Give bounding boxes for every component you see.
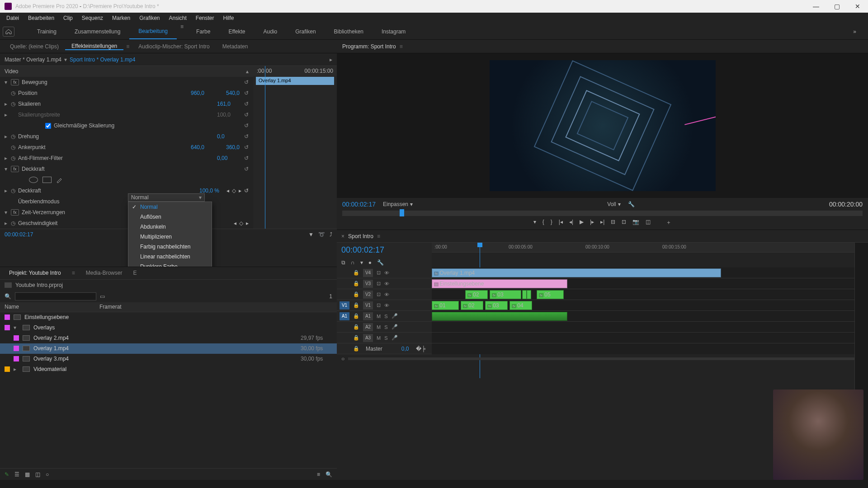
lock-icon[interactable]: 🔒: [353, 302, 359, 308]
blend-option[interactable]: Farbig nachbelichten: [128, 242, 212, 252]
go-to-in-button[interactable]: |◂: [559, 219, 563, 226]
lock-icon[interactable]: 🔒: [353, 324, 359, 330]
stopwatch-icon[interactable]: ◷: [11, 155, 18, 161]
settings-icon[interactable]: ●: [368, 259, 372, 266]
program-timecode[interactable]: 00:00:02:17: [342, 201, 376, 208]
timeline-clip[interactable]: fx01: [432, 301, 459, 310]
workspace-tab-bibliotheken[interactable]: Bibliotheken: [325, 23, 373, 39]
quality-dropdown[interactable]: Voll ▾: [607, 201, 620, 207]
workspace-tab-grafiken[interactable]: Grafiken: [286, 23, 325, 39]
timeline-clip[interactable]: [527, 290, 531, 299]
track-header-A2[interactable]: 🔒A2MS🎤: [337, 322, 432, 333]
menu-grafiken[interactable]: Grafiken: [135, 15, 164, 21]
filter-bin-icon[interactable]: ▭: [100, 293, 105, 300]
sync-lock-icon[interactable]: ⊡: [377, 291, 381, 297]
step-forward-button[interactable]: |▸: [590, 219, 594, 226]
stopwatch-icon[interactable]: ◷: [11, 220, 18, 226]
master-clip-label[interactable]: Master * Overlay 1.mp4: [5, 56, 61, 63]
reset-icon[interactable]: ↺: [244, 79, 249, 85]
track-target[interactable]: V3: [363, 280, 373, 288]
track-target[interactable]: V4: [363, 269, 373, 277]
workspace-menu-icon[interactable]: ≡: [177, 23, 187, 39]
project-item[interactable]: Einstellungsebene: [0, 312, 337, 323]
track-A3[interactable]: [432, 333, 868, 343]
extract-button[interactable]: ⊡: [622, 219, 626, 226]
mark-out-button[interactable]: }: [551, 219, 552, 226]
reset-icon[interactable]: ↺: [244, 133, 249, 140]
lock-icon[interactable]: 🔒: [353, 335, 359, 341]
program-playhead[interactable]: [400, 209, 404, 216]
add-keyframe-icon[interactable]: ◇: [239, 220, 243, 226]
window-minimize-button[interactable]: —: [806, 0, 826, 13]
mute-button[interactable]: M: [377, 314, 381, 319]
fps-column-header[interactable]: Framerat: [99, 304, 122, 310]
program-scrubber[interactable]: [342, 211, 863, 216]
solo-button[interactable]: S: [384, 335, 387, 341]
zoom-slider-icon[interactable]: ○: [46, 471, 49, 478]
comparison-view-button[interactable]: ◫: [646, 219, 651, 226]
ellipse-mask-button[interactable]: [29, 177, 38, 183]
timeline-clip[interactable]: fx05: [537, 290, 564, 299]
project-item[interactable]: Overlay 1.mp430,00 fps: [0, 343, 337, 354]
export-frame-button[interactable]: 📷: [632, 219, 639, 226]
blend-option[interactable]: Abdunkeln: [128, 222, 212, 232]
blend-option[interactable]: Normal: [128, 202, 212, 212]
workspace-tab-effekte[interactable]: Effekte: [219, 23, 254, 39]
rectangle-mask-button[interactable]: [42, 177, 52, 183]
timeline-clip[interactable]: fx04: [509, 301, 532, 310]
uniform-scale-checkbox[interactable]: [45, 123, 51, 129]
loop-icon[interactable]: ➰: [318, 231, 325, 238]
lock-icon[interactable]: 🔒: [353, 281, 359, 286]
toggle-track-output-icon[interactable]: 👁: [384, 281, 389, 286]
timeline-clip[interactable]: fx03: [485, 301, 508, 310]
scale-value[interactable]: 161,0: [217, 101, 244, 107]
wrench-icon[interactable]: 🔧: [377, 259, 384, 266]
program-monitor-tab[interactable]: Programm: Sport Intro ≡: [337, 40, 868, 53]
expand-icon[interactable]: ▾: [14, 324, 19, 331]
track-header-V4[interactable]: 🔒V4⊡👁: [337, 267, 432, 278]
add-keyframe-icon[interactable]: ◇: [232, 188, 236, 194]
reset-icon[interactable]: ↺: [244, 155, 249, 161]
blend-option[interactable]: Dunklere Farbe: [128, 262, 212, 267]
voice-over-icon[interactable]: 🎤: [392, 324, 398, 330]
prev-keyframe-icon[interactable]: ◂: [234, 220, 236, 226]
next-keyframe-icon[interactable]: ▸: [246, 220, 249, 226]
zoom-out-icon[interactable]: ○: [341, 356, 344, 362]
mark-in-button[interactable]: {: [542, 219, 544, 226]
find-icon[interactable]: 🔍: [326, 471, 332, 478]
fit-dropdown[interactable]: Einpassen ▾: [383, 201, 413, 207]
expand-icon[interactable]: ▸: [14, 366, 19, 372]
reset-icon[interactable]: ↺: [244, 90, 249, 96]
name-column-header[interactable]: Name: [5, 304, 99, 310]
track-target[interactable]: A3: [363, 334, 373, 342]
timeline-zoom-slider[interactable]: [348, 357, 857, 360]
blend-option[interactable]: Auflösen: [128, 212, 212, 222]
toggle-track-output-icon[interactable]: 👁: [384, 270, 389, 276]
efc-timecode[interactable]: 00:00:02:17: [5, 231, 33, 238]
next-keyframe-icon[interactable]: ▸: [239, 188, 241, 194]
timeline-clip[interactable]: fxOverlay 1.mp4: [432, 268, 721, 277]
go-to-out-button[interactable]: ▸|: [600, 219, 604, 226]
position-y-value[interactable]: 540,0: [226, 90, 244, 96]
button-editor-button[interactable]: ＋: [666, 219, 671, 226]
menu-bearbeiten[interactable]: Bearbeiten: [24, 15, 59, 21]
wrench-icon[interactable]: 🔧: [628, 201, 635, 207]
opacity-effect-header[interactable]: ▾fx Deckkraft ↺: [0, 164, 253, 174]
project-item[interactable]: ▸Videomaterial: [0, 364, 337, 375]
master-value[interactable]: 0,0: [401, 346, 409, 352]
blend-option[interactable]: Multiplizieren: [128, 232, 212, 242]
project-item[interactable]: Overlay 2.mp429,97 fps: [0, 333, 337, 343]
snap-icon[interactable]: ⧉: [341, 259, 345, 266]
timeline-clip[interactable]: [432, 312, 567, 321]
stopwatch-icon[interactable]: ◷: [11, 144, 18, 150]
mute-button[interactable]: M: [377, 324, 381, 330]
menu-fenster[interactable]: Fenster: [191, 15, 219, 21]
new-item-icon[interactable]: ✎: [5, 471, 9, 478]
reset-icon[interactable]: ↺: [244, 112, 249, 118]
workspace-tab-bearbeitung[interactable]: Bearbeitung: [129, 23, 177, 39]
project-search-input[interactable]: [15, 292, 96, 300]
track-A2[interactable]: [432, 322, 868, 333]
reset-icon[interactable]: ↺: [244, 188, 249, 194]
pen-mask-button[interactable]: [56, 177, 65, 183]
position-x-value[interactable]: 960,0: [191, 90, 218, 96]
